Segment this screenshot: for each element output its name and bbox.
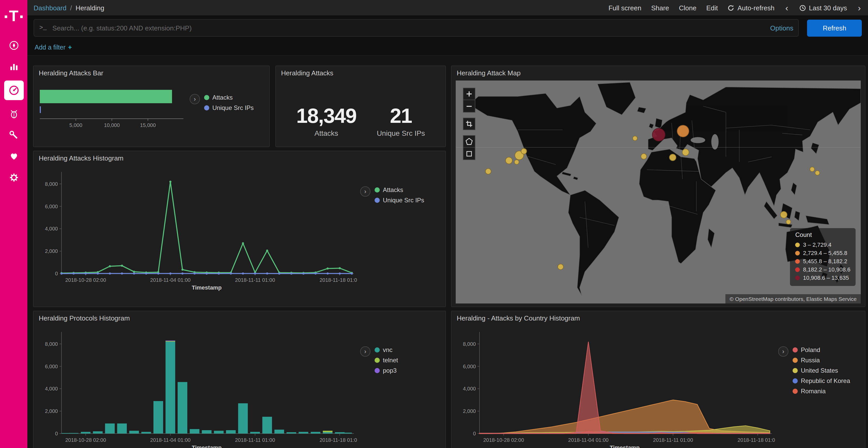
legend-swatch <box>793 358 798 363</box>
svg-text:4,000: 4,000 <box>45 226 58 232</box>
zoom-out-button[interactable] <box>463 100 475 112</box>
map-canvas: Count 3 – 2,729.42,729.4 – 5,455.85,455.… <box>456 80 861 304</box>
clock-icon <box>799 4 806 11</box>
legend-label: telnet <box>383 357 398 364</box>
clone-button[interactable]: Clone <box>679 4 696 12</box>
attack-bubble[interactable] <box>652 128 665 141</box>
legend-item[interactable]: Unique Src IPs <box>204 104 254 111</box>
sidebar-nav <box>4 38 24 185</box>
bar-chart-icon <box>8 61 20 72</box>
sidebar-item-monitoring[interactable] <box>6 149 21 164</box>
refresh-icon <box>728 4 735 11</box>
time-range-button[interactable]: Last 30 days <box>799 4 847 12</box>
svg-text:2,000: 2,000 <box>463 408 476 414</box>
search-input[interactable] <box>52 24 766 32</box>
panel-title: Heralding - Attacks by Country Histogram <box>452 311 865 326</box>
logo-square-left <box>5 15 7 18</box>
legend-collapse-button[interactable]: › <box>190 94 200 104</box>
svg-text:5,000: 5,000 <box>69 122 82 128</box>
query-bar: >_ Options Refresh <box>27 16 868 40</box>
attack-bubble[interactable] <box>641 153 647 160</box>
sidebar-item-discover[interactable] <box>6 38 21 53</box>
legend-item[interactable]: Attacks <box>375 186 424 194</box>
legend-label: Attacks <box>383 186 403 194</box>
legend-item[interactable]: Russia <box>793 357 850 364</box>
protocols-histogram-chart: 02,0004,0006,0008,0002018-10-28 02:00201… <box>37 328 357 448</box>
sidebar-item-dashboard[interactable] <box>4 80 24 100</box>
legend-collapse-button[interactable]: › <box>778 346 788 357</box>
map-legend-rows: 3 – 2,729.42,729.4 – 5,455.85,455.8 – 8,… <box>796 241 851 282</box>
map-legend-row: 8,182.2 – 10,908.6 <box>796 265 851 274</box>
metric-value: 21 <box>377 104 425 128</box>
sidebar-item-tpot[interactable] <box>6 107 21 121</box>
legend-item[interactable]: telnet <box>375 357 398 364</box>
svg-text:2018-11-11 01:00: 2018-11-11 01:00 <box>235 437 275 443</box>
draw-polygon-button[interactable] <box>463 135 475 148</box>
time-forward-button[interactable]: › <box>857 3 862 12</box>
legend-collapse-button[interactable]: › <box>360 186 370 197</box>
attack-bubble[interactable] <box>677 125 689 137</box>
legend-swatch <box>204 95 209 100</box>
add-filter-link[interactable]: Add a filter <box>35 44 66 51</box>
legend-item[interactable]: pop3 <box>375 367 398 374</box>
map-legend: Count 3 – 2,729.42,729.4 – 5,455.85,455.… <box>790 228 856 286</box>
sidebar-item-management[interactable] <box>6 170 21 185</box>
sidebar-item-visualize[interactable] <box>6 59 21 74</box>
map-legend-row: 3 – 2,729.4 <box>796 241 851 249</box>
panel-title: Heralding Attacks <box>276 66 445 80</box>
legend-item[interactable]: Unique Src IPs <box>375 197 424 204</box>
legend-item[interactable]: vnc <box>375 346 398 353</box>
time-back-button[interactable]: ‹ <box>784 3 789 12</box>
refresh-button[interactable]: Refresh <box>807 20 862 36</box>
svg-text:2,000: 2,000 <box>45 408 58 414</box>
zoom-in-button[interactable] <box>463 88 475 100</box>
svg-text:0: 0 <box>55 271 58 276</box>
attack-bubble[interactable] <box>780 211 787 218</box>
legend-swatch <box>793 347 798 352</box>
panel-attacks-histogram: Heralding Attacks Histogram 02,0004,0006… <box>33 151 446 307</box>
legend-swatch <box>204 105 209 110</box>
map-attribution[interactable]: © OpenStreetMap contributors, Elastic Ma… <box>725 294 861 304</box>
panel-title: Heralding Attack Map <box>452 66 865 80</box>
map-legend-swatch <box>796 267 800 272</box>
search-box: >_ Options <box>34 19 799 37</box>
logo-letter: T <box>9 8 19 24</box>
draw-rectangle-button[interactable] <box>463 148 475 160</box>
svg-text:8,000: 8,000 <box>45 341 58 347</box>
svg-text:8,000: 8,000 <box>463 341 476 347</box>
edit-button[interactable]: Edit <box>706 4 718 12</box>
full-screen-button[interactable]: Full screen <box>609 4 641 12</box>
share-button[interactable]: Share <box>651 4 669 12</box>
breadcrumb-dashboard-link[interactable]: Dashboard <box>34 4 66 12</box>
svg-text:2018-10-28 02:00: 2018-10-28 02:00 <box>483 437 524 443</box>
time-range-label: Last 30 days <box>809 4 847 12</box>
minus-icon <box>466 103 472 109</box>
legend-swatch <box>375 347 380 352</box>
legend-item[interactable]: Republic of Korea <box>793 377 850 384</box>
sidebar-item-dev-tools[interactable] <box>6 128 21 142</box>
panel-protocols-histogram: Heralding Protocols Histogram 02,0004,00… <box>33 311 446 448</box>
attack-bubble[interactable] <box>485 168 491 174</box>
add-filter-plus-icon[interactable]: + <box>68 44 72 51</box>
legend-label: Attacks <box>212 94 233 101</box>
chart-legend: PolandRussiaUnited StatesRepublic of Kor… <box>793 346 850 395</box>
spatial-filter-button[interactable] <box>463 118 475 130</box>
svg-text:Timestamp: Timestamp <box>610 444 640 448</box>
svg-text:2018-10-28 02:00: 2018-10-28 02:00 <box>65 277 106 283</box>
legend-swatch <box>793 389 798 394</box>
legend-collapse-button[interactable]: › <box>360 346 370 357</box>
auto-refresh-button[interactable]: Auto-refresh <box>728 4 774 12</box>
legend-item[interactable]: Poland <box>793 346 850 353</box>
legend-label: Romania <box>801 388 826 395</box>
legend-swatch <box>375 187 380 193</box>
attack-bubble[interactable] <box>557 264 564 270</box>
legend-item[interactable]: United States <box>793 367 850 374</box>
map-legend-row: 10,908.6 – 13,635 <box>796 274 851 282</box>
query-options-link[interactable]: Options <box>770 24 793 32</box>
legend-item[interactable]: Romania <box>793 388 850 395</box>
attack-bubble[interactable] <box>514 160 519 165</box>
map-legend-row: 5,455.8 – 8,182.2 <box>796 257 851 265</box>
legend-item[interactable]: Attacks <box>204 94 254 101</box>
svg-text:2018-11-04 01:00: 2018-11-04 01:00 <box>568 437 609 443</box>
panel-attack-map: Heralding Attack Map <box>451 66 865 307</box>
